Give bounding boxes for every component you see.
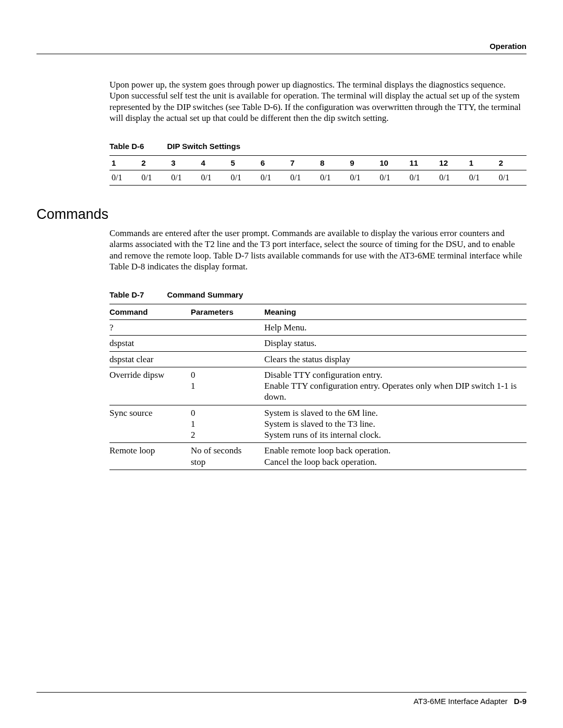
par-cell — [191, 336, 264, 351]
par-cell: 01 — [191, 367, 264, 405]
cmd-col-command: Command — [109, 304, 191, 320]
cmd-cell: dspstat — [109, 336, 191, 351]
table-row: Remote loop No of secondsstop Enable rem… — [109, 443, 527, 470]
dip-cell: 0/1 — [497, 170, 527, 186]
cmd-col-meaning: Meaning — [264, 304, 527, 320]
mean-cell: System is slaved to the 6M line.System i… — [264, 405, 527, 443]
dip-cell: 0/1 — [109, 170, 139, 186]
table-d7: Command Parameters Meaning ? Help Menu. … — [109, 304, 527, 470]
dip-head-14: 2 — [497, 156, 527, 170]
table-row: Override dipsw 01 Disable TTY configurat… — [109, 367, 527, 405]
dip-head-2: 2 — [139, 156, 169, 170]
par-cell — [191, 320, 264, 336]
par-cell — [191, 351, 264, 367]
dip-head-13: 1 — [467, 156, 497, 170]
dip-head-10: 10 — [377, 156, 407, 170]
cmd-cell: Override dipsw — [109, 367, 191, 405]
mean-cell: Clears the status display — [264, 351, 527, 367]
table-row: Sync source 012 System is slaved to the … — [109, 405, 527, 443]
running-header: Operation — [36, 42, 527, 51]
cmd-cell: Remote loop — [109, 443, 191, 470]
table-row: dspstat Display status. — [109, 336, 527, 351]
dip-head-8: 8 — [318, 156, 348, 170]
cmd-cell: Sync source — [109, 405, 191, 443]
dip-cell: 0/1 — [318, 170, 348, 186]
mean-cell: Enable remote loop back operation.Cancel… — [264, 443, 527, 470]
cmd-cell: ? — [109, 320, 191, 336]
dip-cell: 0/1 — [229, 170, 259, 186]
footer-page: D-9 — [514, 697, 527, 706]
header-rule — [36, 54, 527, 54]
dip-head-5: 5 — [229, 156, 259, 170]
dip-cell: 0/1 — [139, 170, 169, 186]
intro-paragraph: Upon power up, the system goes through p… — [109, 79, 527, 124]
table-d7-title: Command Summary — [167, 290, 243, 299]
table-row: dspstat clear Clears the status display — [109, 351, 527, 367]
footer-rule — [36, 692, 527, 693]
dip-cell: 0/1 — [199, 170, 228, 186]
par-cell: No of secondsstop — [191, 443, 264, 470]
footer-source: AT3-6ME Interface Adapter — [413, 697, 508, 706]
table-d6-label: Table D-6 — [109, 142, 144, 151]
dip-cell: 0/1 — [169, 170, 199, 186]
mean-cell: Display status. — [264, 336, 527, 351]
dip-head-11: 11 — [407, 156, 437, 170]
footer: AT3-6ME Interface Adapter D-9 — [413, 697, 527, 706]
dip-cell: 0/1 — [437, 170, 467, 186]
cmd-col-parameters: Parameters — [191, 304, 264, 320]
table-d7-caption: Table D-7 Command Summary — [109, 290, 527, 300]
mean-cell: Disable TTY configuration entry.Enable T… — [264, 367, 527, 405]
dip-cell: 0/1 — [467, 170, 497, 186]
commands-heading: Commands — [36, 206, 527, 223]
dip-head-4: 4 — [199, 156, 228, 170]
table-d6-title: DIP Switch Settings — [167, 142, 240, 151]
page: Operation Upon power up, the system goes… — [0, 0, 563, 728]
dip-head-1: 1 — [109, 156, 139, 170]
mean-cell: Help Menu. — [264, 320, 527, 336]
dip-head-9: 9 — [348, 156, 377, 170]
cmd-cell: dspstat clear — [109, 351, 191, 367]
dip-cell: 0/1 — [407, 170, 437, 186]
dip-head-12: 12 — [437, 156, 467, 170]
dip-head-3: 3 — [169, 156, 199, 170]
dip-head-6: 6 — [259, 156, 288, 170]
dip-cell: 0/1 — [259, 170, 288, 186]
dip-cell: 0/1 — [288, 170, 318, 186]
dip-cell: 0/1 — [377, 170, 407, 186]
par-cell: 012 — [191, 405, 264, 443]
table-d7-label: Table D-7 — [109, 290, 144, 299]
table-d6-caption: Table D-6 DIP Switch Settings — [109, 142, 527, 151]
commands-paragraph: Commands are entered after the user prom… — [109, 228, 527, 272]
table-row: ? Help Menu. — [109, 320, 527, 336]
table-d6: 1 2 3 4 5 6 7 8 9 10 11 12 1 2 0/1 0/1 0… — [109, 155, 527, 186]
dip-cell: 0/1 — [348, 170, 377, 186]
dip-head-7: 7 — [288, 156, 318, 170]
